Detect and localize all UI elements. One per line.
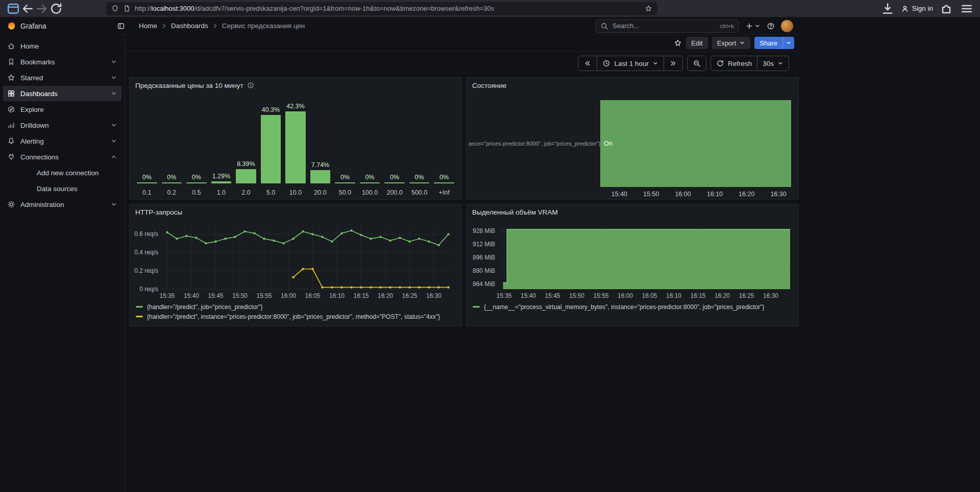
panel-title: HTTP-запросы — [135, 208, 182, 216]
forward-icon[interactable] — [35, 2, 49, 16]
x-tick-label: 500.0 — [411, 186, 427, 196]
sidebar-item-label: Home — [20, 42, 39, 50]
shield-icon[interactable] — [111, 5, 119, 12]
sidebar-item-home[interactable]: Home — [3, 38, 121, 54]
bar-bucket-500.0: 0%500.0 — [409, 93, 430, 196]
svg-text:16:15: 16:15 — [690, 292, 705, 299]
x-tick-label: 5.0 — [266, 186, 275, 196]
time-shift-forward-button[interactable] — [664, 56, 683, 71]
refresh-button[interactable]: Refresh — [710, 56, 757, 71]
sidebar-item-explore[interactable]: Explore — [3, 102, 121, 117]
share-button[interactable]: Share — [754, 37, 782, 49]
time-shift-back-button[interactable] — [578, 56, 597, 71]
sidebar-item-label: Add new connection — [37, 169, 99, 177]
bar-value-label: 0% — [365, 174, 375, 181]
breadcrumb-item[interactable]: Сервис предсказания цен — [220, 22, 307, 30]
panel-predicted-prices[interactable]: Предсказанные цены за 10 минут 0%0.10%0.… — [129, 77, 462, 200]
sidebar-item-label: Connections — [20, 153, 59, 161]
legend-item[interactable]: {handler="/predict", job="prices_predict… — [136, 302, 455, 312]
info-icon[interactable] — [247, 82, 254, 89]
sidebar-item-starred[interactable]: Starred — [3, 70, 121, 85]
bar — [434, 182, 454, 183]
svg-text:880 MiB: 880 MiB — [473, 267, 495, 274]
refresh-interval-picker[interactable]: 30s — [757, 56, 789, 71]
time-controls: Last 1 hour Refresh 30s — [125, 52, 799, 74]
url-bar[interactable]: http://localhost:3000/d/adcdfv7/servis-p… — [106, 2, 657, 15]
timeline-x-axis: 15:4015:5016:0016:1016:2016:30 — [600, 187, 791, 200]
bar-bucket-100.0: 0%100.0 — [360, 93, 380, 196]
x-tick-label: 200.0 — [386, 186, 402, 196]
export-button[interactable]: Export — [712, 37, 751, 49]
breadcrumb-item[interactable]: Home — [137, 22, 159, 30]
search-placeholder: Search... — [612, 22, 716, 30]
main-content: Edit Export Share Last 1 hour — [125, 35, 799, 492]
sidebar-nav: HomeBookmarksStarredDashboardsExploreDri… — [0, 38, 125, 212]
panel-header: Выделенный объём VRAM — [467, 204, 798, 220]
firefox-view-icon[interactable] — [6, 2, 20, 16]
edit-button[interactable]: Edit — [686, 37, 707, 49]
url-text: http://localhost:3000/d/adcdfv7/servis-p… — [135, 5, 494, 12]
zoom-out-button[interactable] — [687, 56, 706, 71]
bookmark-star-icon[interactable] — [645, 5, 652, 12]
sidebar-item-dashboards[interactable]: Dashboards — [3, 86, 121, 101]
time-picker-group: Last 1 hour — [578, 56, 683, 71]
x-tick-label: 1.0 — [217, 186, 226, 196]
extensions-icon[interactable] — [939, 2, 953, 16]
sidebar-item-bookmarks[interactable]: Bookmarks — [3, 54, 121, 69]
x-tick-label: 0.2 — [167, 186, 176, 196]
panel-title: Предсказанные цены за 10 минут — [135, 82, 243, 89]
bar — [384, 182, 405, 183]
panel-header: HTTP-запросы — [130, 204, 461, 220]
bar-value-label: 0% — [340, 174, 350, 181]
grafana-logo[interactable] — [6, 21, 16, 31]
help-icon[interactable] — [767, 22, 775, 30]
svg-text:15:50: 15:50 — [569, 292, 584, 299]
search-input[interactable]: Search... ctrl+k — [595, 19, 739, 33]
svg-text:16:00: 16:00 — [281, 292, 296, 299]
bar-value-label: 0% — [167, 174, 176, 181]
bar — [335, 182, 355, 183]
sidebar-item-label: Starred — [20, 74, 43, 82]
svg-text:0 req/s: 0 req/s — [139, 286, 158, 293]
state-on-segment[interactable]: On — [600, 100, 791, 187]
breadcrumb-item[interactable]: Dashboards — [169, 22, 210, 30]
back-icon[interactable] — [20, 2, 35, 16]
svg-text:16:10: 16:10 — [329, 292, 345, 299]
sidebar-item-drilldown[interactable]: Drilldown — [3, 118, 121, 133]
reload-icon[interactable] — [49, 2, 63, 16]
panel-state[interactable]: Состояние ance="prices-predictor:8000", … — [466, 77, 799, 200]
user-avatar[interactable] — [781, 20, 793, 32]
chevron-down-icon — [110, 58, 117, 65]
svg-text:16:30: 16:30 — [763, 292, 778, 299]
panel-http-requests[interactable]: HTTP-запросы 15:3515:4015:4515:5015:5516… — [129, 204, 462, 326]
sidebar-item-alerting[interactable]: Alerting — [3, 133, 121, 149]
dashboard-grid: Предсказанные цены за 10 минут 0%0.10%0.… — [125, 74, 799, 331]
favorite-star-icon[interactable] — [674, 39, 682, 47]
downloads-icon[interactable] — [880, 2, 895, 16]
svg-text:0.2 req/s: 0.2 req/s — [134, 267, 158, 274]
sidebar-item-connections[interactable]: Connections — [3, 149, 121, 165]
dock-menu-icon[interactable] — [117, 22, 125, 30]
svg-text:864 MiB: 864 MiB — [473, 280, 495, 288]
time-range-picker[interactable]: Last 1 hour — [597, 56, 664, 71]
grafana-header: Grafana HomeDashboardsСервис предсказани… — [0, 17, 799, 35]
chevron-down-icon — [110, 90, 117, 97]
sign-in-button[interactable]: Sign in — [901, 5, 933, 13]
sidebar-item-add-new-connection[interactable]: Add new connection — [3, 165, 121, 180]
sidebar-item-data-sources[interactable]: Data sources — [3, 181, 121, 196]
sidebar-item-administration[interactable]: Administration — [3, 197, 121, 212]
bar — [310, 170, 331, 183]
menu-icon[interactable] — [960, 2, 974, 16]
new-button[interactable] — [745, 22, 761, 30]
panel-header: Состояние — [467, 78, 798, 93]
share-menu-button[interactable] — [782, 37, 794, 49]
legend-item[interactable]: {handler="/predict", instance="prices-pr… — [136, 312, 455, 321]
legend-item[interactable]: {__name__="process_virtual_memory_bytes"… — [473, 302, 792, 312]
compass-icon — [7, 105, 15, 113]
panel-vram[interactable]: Выделенный объём VRAM 15:3515:4015:4515:… — [466, 204, 799, 326]
chevron-down-icon — [754, 23, 761, 29]
bar-chart: 0%0.10%0.20%0.51.29%1.08.39%2.040.3%5.04… — [130, 93, 461, 199]
search-shortcut: ctrl+k — [720, 23, 734, 29]
x-tick-label: 15:40 — [611, 191, 627, 198]
page-info-icon[interactable] — [123, 5, 131, 12]
